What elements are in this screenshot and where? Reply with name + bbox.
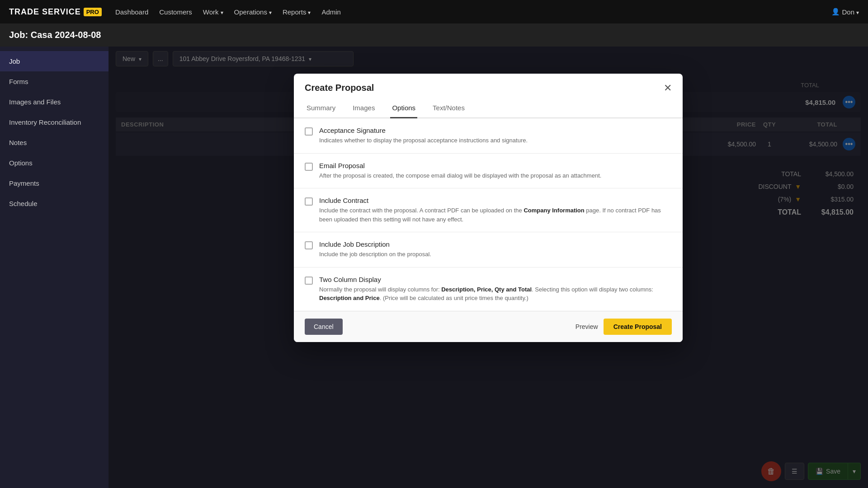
modal-footer: Cancel Preview Create Proposal: [294, 311, 683, 342]
checkbox-two-column-display[interactable]: [305, 277, 313, 285]
modal-overlay: Create Proposal ✕ Summary Images Options…: [108, 47, 868, 488]
option-two-column-display: Two Column Display Normally the proposal…: [294, 267, 683, 311]
option-title-include-job-description: Include Job Description: [319, 240, 672, 248]
main-layout: Job Forms Images and Files Inventory Rec…: [0, 47, 868, 488]
modal-close-button[interactable]: ✕: [664, 83, 672, 93]
checkbox-include-job-description[interactable]: [305, 241, 313, 249]
preview-button[interactable]: Preview: [576, 323, 598, 330]
logo: TRADE SERVICE PRO: [9, 7, 102, 17]
cancel-button[interactable]: Cancel: [305, 319, 343, 335]
option-include-job-description: Include Job Description Include the job …: [294, 232, 683, 267]
sidebar-item-schedule[interactable]: Schedule: [0, 193, 108, 214]
content-area: New ... 101 Abbey Drive Royersford, PA 1…: [108, 47, 868, 488]
sidebar-item-job[interactable]: Job: [0, 51, 108, 71]
create-proposal-button[interactable]: Create Proposal: [604, 319, 672, 335]
sidebar-item-forms[interactable]: Forms: [0, 71, 108, 92]
logo-text: TRADE SERVICE: [9, 7, 81, 17]
option-title-include-contract: Include Contract: [319, 197, 672, 204]
checkbox-include-contract[interactable]: [305, 197, 313, 206]
checkbox-acceptance-signature[interactable]: [305, 127, 313, 136]
nav-operations[interactable]: Operations: [234, 8, 272, 16]
modal-header: Create Proposal ✕: [294, 74, 683, 93]
modal-tabs: Summary Images Options Text/Notes: [294, 93, 683, 118]
nav-links: Dashboard Customers Work Operations Repo…: [115, 8, 818, 16]
option-title-two-column-display: Two Column Display: [319, 276, 672, 283]
tab-options[interactable]: Options: [390, 100, 417, 118]
logo-pro: PRO: [84, 8, 102, 16]
option-email-proposal: Email Proposal After the proposal is cre…: [294, 154, 683, 189]
modal-body: Acceptance Signature Indicates whether t…: [294, 118, 683, 311]
top-nav: TRADE SERVICE PRO Dashboard Customers Wo…: [0, 0, 868, 23]
nav-reports[interactable]: Reports: [283, 8, 311, 16]
option-desc-two-column-display: Normally the proposal will display colum…: [319, 285, 672, 303]
option-title-email-proposal: Email Proposal: [319, 162, 672, 169]
option-include-contract: Include Contract Include the contract wi…: [294, 188, 683, 232]
option-desc-acceptance-signature: Indicates whether to display the proposa…: [319, 136, 672, 145]
sidebar-item-options[interactable]: Options: [0, 153, 108, 173]
create-proposal-modal: Create Proposal ✕ Summary Images Options…: [294, 74, 683, 342]
tab-text-notes[interactable]: Text/Notes: [431, 100, 467, 118]
sidebar-item-payments[interactable]: Payments: [0, 173, 108, 193]
sidebar: Job Forms Images and Files Inventory Rec…: [0, 47, 108, 488]
sidebar-item-inventory-reconciliation[interactable]: Inventory Reconciliation: [0, 112, 108, 132]
nav-user[interactable]: 👤 Don: [831, 8, 859, 16]
sidebar-item-notes[interactable]: Notes: [0, 132, 108, 153]
option-desc-include-job-description: Include the job description on the propo…: [319, 250, 672, 259]
tab-images[interactable]: Images: [351, 100, 377, 118]
nav-dashboard[interactable]: Dashboard: [115, 8, 148, 16]
checkbox-email-proposal[interactable]: [305, 163, 313, 171]
tab-summary[interactable]: Summary: [305, 100, 337, 118]
nav-work[interactable]: Work: [203, 8, 223, 16]
nav-admin[interactable]: Admin: [321, 8, 341, 16]
option-desc-include-contract: Include the contract with the proposal. …: [319, 206, 672, 224]
job-header: Job: Casa 2024-08-08: [0, 23, 868, 47]
sidebar-item-images-and-files[interactable]: Images and Files: [0, 92, 108, 112]
nav-customers[interactable]: Customers: [159, 8, 192, 16]
job-title: Job: Casa 2024-08-08: [9, 30, 101, 40]
option-title-acceptance-signature: Acceptance Signature: [319, 127, 672, 134]
option-desc-email-proposal: After the proposal is created, the compo…: [319, 171, 672, 180]
modal-title: Create Proposal: [305, 83, 374, 93]
option-acceptance-signature: Acceptance Signature Indicates whether t…: [294, 118, 683, 154]
